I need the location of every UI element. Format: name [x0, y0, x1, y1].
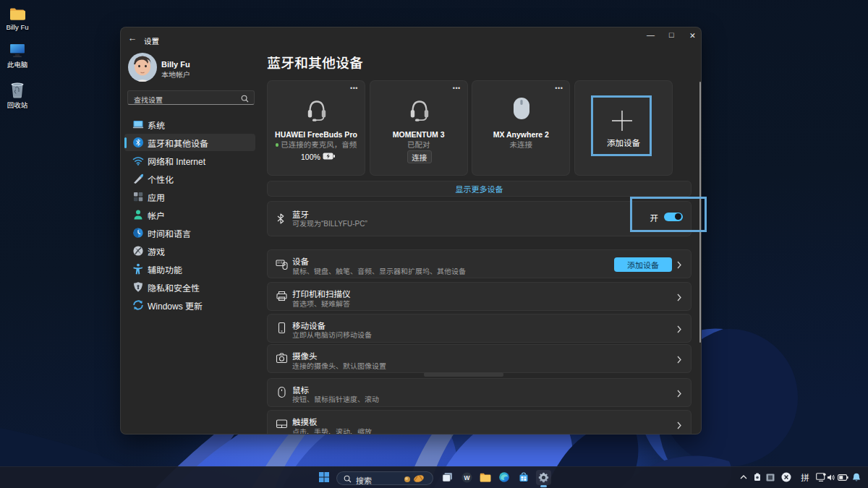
svg-text:W: W: [464, 474, 470, 481]
